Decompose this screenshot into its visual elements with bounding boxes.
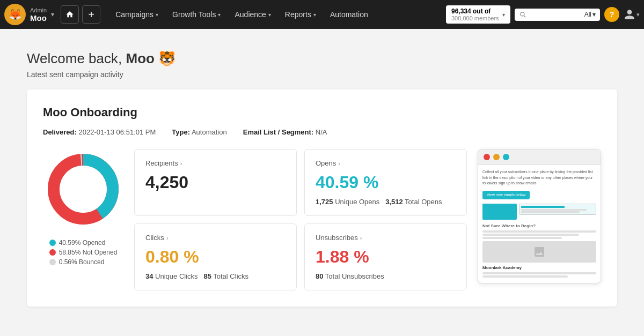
- campaign-card: Moo Onboarding Delivered: 2022-01-13 06:…: [27, 89, 617, 307]
- search-type-selector[interactable]: All ▾: [584, 11, 596, 18]
- user-chevron-icon: ▾: [636, 11, 640, 18]
- unsubscribes-arrow-icon: ›: [360, 235, 362, 241]
- legend-not-opened-dot: [49, 249, 56, 256]
- preview-cta: View new emails below: [482, 191, 530, 200]
- delivered-field: Delivered: 2022-01-13 06:51:01 PM: [43, 128, 156, 136]
- clicks-pct: 0.80 %: [145, 247, 286, 267]
- email-preview-pane: Collect all your subscribers in one plac…: [478, 149, 601, 283]
- unsubscribes-sub: 80 Total Unsubscribes: [316, 272, 456, 280]
- search-input[interactable]: [529, 11, 582, 19]
- main-content: Welcome back, Moo 🐯 Latest sent campaign…: [0, 29, 644, 328]
- audience-counter-chevron-icon: ▾: [502, 12, 505, 18]
- recipients-card-title[interactable]: Recipients ›: [145, 159, 286, 167]
- preview-section-title: Not Sure Where to Begin?: [482, 223, 596, 229]
- recipients-arrow-icon: ›: [180, 160, 182, 167]
- preview-body-inner: Collect all your subscribers in one plac…: [482, 169, 596, 278]
- audience-nav[interactable]: Audience ▾: [228, 7, 277, 22]
- recipients-value: 4,250: [145, 173, 286, 192]
- preview-text-line-1: [482, 230, 596, 233]
- help-button[interactable]: ?: [604, 7, 619, 22]
- nav-right: 96,334 out of 300,000 members ▾ All ▾ ? …: [446, 5, 640, 24]
- user-icon: [624, 9, 635, 20]
- preview-help-text-1: [482, 272, 596, 274]
- user-menu-button[interactable]: ▾: [624, 9, 640, 20]
- navbar: 🦊 Admin Moo ▾ + Campaigns ▾ Growth Tools…: [0, 0, 644, 29]
- unsubscribes-card: Unsubscribes › 1.88 % 80 Total Unsubscri…: [304, 223, 467, 290]
- donut-legend: 40.59% Opened 58.85% Not Opened 0.56% Bo…: [49, 239, 118, 266]
- legend-not-opened: 58.85% Not Opened: [49, 249, 118, 256]
- preview-sidebar: [482, 204, 517, 220]
- reports-nav[interactable]: Reports ▾: [279, 7, 323, 22]
- svg-point-3: [60, 166, 107, 213]
- preview-menu-item: [482, 204, 510, 207]
- new-item-button[interactable]: +: [82, 5, 100, 24]
- preview-menu-item: [482, 208, 510, 211]
- opens-sub: 1,725 Unique Opens 3,512 Total Opens: [316, 198, 456, 206]
- home-button[interactable]: [61, 5, 79, 24]
- preview-main-area: [519, 204, 596, 220]
- legend-opened: 40.59% Opened: [49, 239, 118, 247]
- growth-tools-nav[interactable]: Growth Tools ▾: [166, 7, 227, 22]
- growth-tools-chevron-icon: ▾: [218, 12, 221, 18]
- clicks-card: Clicks › 0.80 % 34 Unique Clicks 85 Tota…: [134, 223, 297, 290]
- audience-counter-text: 96,334 out of 300,000 members: [451, 8, 499, 21]
- unsubscribes-pct: 1.88 %: [316, 247, 456, 267]
- clicks-sub: 34 Unique Clicks 85 Total Clicks: [145, 272, 286, 280]
- legend-bounced: 0.56% Bounced: [49, 258, 118, 266]
- preview-dot-red: [484, 154, 490, 160]
- clicks-card-title[interactable]: Clicks ›: [145, 234, 286, 242]
- search-box: All ▾: [515, 9, 600, 21]
- reports-chevron-icon: ▾: [313, 12, 316, 18]
- brand-chevron-icon[interactable]: ▾: [51, 11, 54, 18]
- opens-card: Opens › 40.59 % 1,725 Unique Opens 3,512…: [304, 149, 467, 216]
- campaign-title: Moo Onboarding: [43, 106, 601, 120]
- preview-sidebar-menu: [482, 204, 517, 220]
- unsubscribes-card-title[interactable]: Unsubscribes ›: [316, 234, 456, 242]
- audience-chevron-icon: ▾: [268, 12, 271, 18]
- preview-email-mockup: [519, 204, 596, 215]
- help-center-label: Moonlark Academy: [482, 265, 596, 271]
- nav-links: Campaigns ▾ Growth Tools ▾ Audience ▾ Re…: [109, 7, 444, 22]
- preview-text-line-3: [482, 237, 562, 239]
- campaigns-nav[interactable]: Campaigns ▾: [109, 7, 165, 22]
- type-field: Type: Automation: [172, 128, 226, 136]
- donut-chart: [43, 149, 123, 229]
- recipients-card: Recipients › 4,250: [134, 149, 297, 216]
- clicks-arrow-icon: ›: [166, 235, 169, 241]
- preview-image-block: [482, 241, 596, 263]
- preview-body-text: Collect all your subscribers in one plac…: [482, 169, 596, 186]
- automation-nav[interactable]: Automation: [324, 7, 375, 22]
- preview-menu-item: [482, 212, 510, 215]
- stats-grid: Recipients › 4,250 Opens › 40.59 % 1,725…: [134, 149, 467, 290]
- brand-admin-label: Admin: [30, 7, 47, 13]
- brand-logo: 🦊: [4, 4, 26, 25]
- preview-text-line-2: [482, 234, 579, 236]
- welcome-emoji: 🐯: [158, 50, 175, 66]
- donut-container: 40.59% Opened 58.85% Not Opened 0.56% Bo…: [43, 149, 123, 266]
- preview-menu-item: [482, 216, 510, 220]
- audience-counter[interactable]: 96,334 out of 300,000 members ▾: [446, 5, 510, 24]
- brand-info: Admin Moo: [30, 7, 47, 23]
- legend-opened-dot: [49, 240, 56, 246]
- preview-titlebar: [478, 150, 601, 165]
- brand-name: Moo: [30, 13, 47, 23]
- opens-arrow-icon: ›: [338, 160, 340, 167]
- welcome-heading: Welcome back, Moo 🐯: [27, 50, 617, 67]
- opens-pct: 40.59 %: [316, 173, 456, 192]
- legend-bounced-dot: [49, 259, 56, 265]
- campaigns-chevron-icon: ▾: [156, 12, 158, 18]
- preview-help-text-2: [482, 275, 568, 278]
- search-type-chevron-icon: ▾: [592, 11, 596, 18]
- section-label: Latest sent campaign activity: [27, 70, 617, 79]
- opens-card-title[interactable]: Opens ›: [316, 159, 456, 167]
- stats-area: 40.59% Opened 58.85% Not Opened 0.56% Bo…: [43, 149, 601, 290]
- preview-email-area: [482, 204, 596, 220]
- campaign-meta: Delivered: 2022-01-13 06:51:01 PM Type: …: [43, 128, 601, 136]
- preview-dot-orange: [493, 154, 500, 160]
- preview-dot-teal: [503, 154, 509, 160]
- email-segment-field: Email List / Segment: N/A: [243, 128, 327, 136]
- preview-body: Collect all your subscribers in one plac…: [478, 165, 601, 283]
- search-icon: [519, 11, 526, 18]
- welcome-name: Moo: [126, 50, 154, 66]
